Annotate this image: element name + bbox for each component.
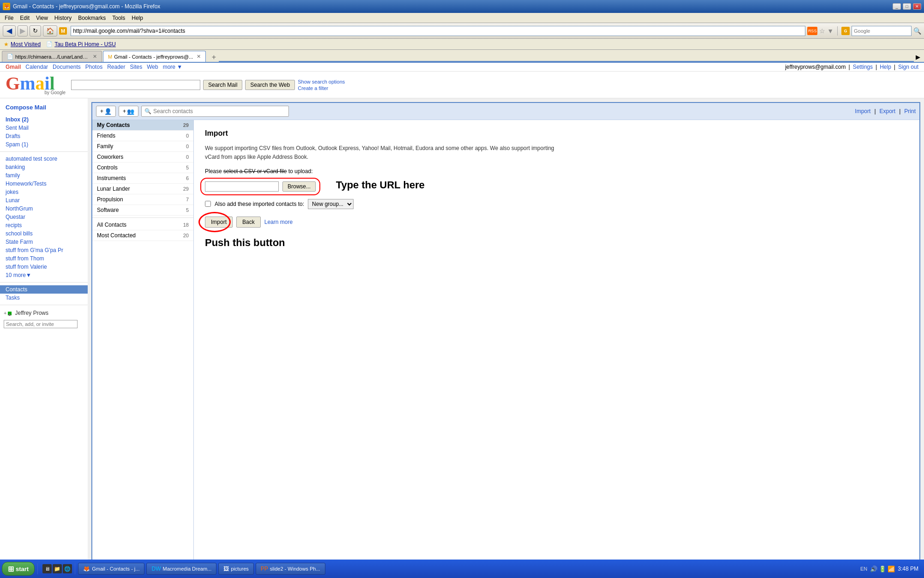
group-controls[interactable]: Controls 5 <box>92 163 193 173</box>
rss-icon[interactable]: RSS <box>807 27 817 35</box>
search-mail-button[interactable]: Search Mail <box>203 80 242 90</box>
minimize-button[interactable]: _ <box>893 3 901 10</box>
menubar: File Edit View History Bookmarks Tools H… <box>0 13 924 23</box>
compose-mail-button[interactable]: Compose Mail <box>0 102 88 113</box>
group-instruments[interactable]: Instruments 6 <box>92 173 193 184</box>
tab-gmail[interactable]: M Gmail - Contacts - jeffreyprows@... ✕ <box>103 51 206 62</box>
sidebar-label-state-farm[interactable]: State Farm <box>0 238 88 246</box>
nav-reader[interactable]: Reader <box>107 64 125 70</box>
sidebar-label-jokes[interactable]: jokes <box>0 188 88 196</box>
group-all-contacts[interactable]: All Contacts 18 <box>92 220 193 230</box>
start-button[interactable]: ⊞ start <box>2 562 35 576</box>
group-family[interactable]: Family 0 <box>92 141 193 152</box>
back-button[interactable]: ◀ <box>3 25 16 36</box>
nav-web[interactable]: Web <box>147 64 158 70</box>
create-filter[interactable]: Create a filter <box>298 85 345 91</box>
sidebar-contacts[interactable]: Contacts <box>0 285 88 294</box>
browse-button[interactable]: Browse... <box>282 181 316 192</box>
sidebar-label-questar[interactable]: Questar <box>0 213 88 221</box>
menu-history[interactable]: History <box>52 14 74 22</box>
sidebar-spam[interactable]: Spam (1) <box>0 140 88 149</box>
taskbar-pictures[interactable]: 🖼 pictures <box>218 563 254 575</box>
group-coworkers[interactable]: Coworkers 0 <box>92 152 193 163</box>
home-button[interactable]: 🏠 <box>43 25 57 36</box>
group-software[interactable]: Software 5 <box>92 205 193 216</box>
nav-icon[interactable]: ▼ <box>827 27 834 35</box>
nav-photos[interactable]: Photos <box>85 64 102 70</box>
address-bar[interactable] <box>71 26 805 36</box>
nav-gmail[interactable]: Gmail <box>6 64 21 70</box>
forward-button[interactable]: ▶ <box>18 25 28 36</box>
help-link[interactable]: Help <box>880 64 891 70</box>
learn-more-link[interactable]: Learn more <box>264 219 293 225</box>
new-contact-button[interactable]: + 👤 <box>96 106 116 117</box>
sidebar-label-stuff-gma[interactable]: stuff from G'ma G'pa Pr <box>0 246 88 254</box>
group-my-contacts[interactable]: My Contacts 29 <box>92 120 193 131</box>
refresh-button[interactable]: ↻ <box>30 25 41 36</box>
google-search-input[interactable] <box>852 26 912 36</box>
nav-documents[interactable]: Documents <box>53 64 81 70</box>
taskbar-quicklaunch-1[interactable]: 📁 <box>53 564 62 573</box>
sidebar-label-homework[interactable]: Homework/Tests <box>0 180 88 188</box>
tab-lunar-lander[interactable]: 📄 https://chimaera..../LunarLander.csv ✕ <box>2 51 102 62</box>
bookmark-most-visited[interactable]: Most Visited <box>11 41 41 48</box>
menu-file[interactable]: File <box>2 14 16 22</box>
signout-link[interactable]: Sign out <box>898 64 918 70</box>
settings-link[interactable]: Settings <box>853 64 873 70</box>
google-search-icon[interactable]: 🔍 <box>913 27 921 35</box>
taskbar-dreamweaver[interactable]: DW Macromedia Dream... <box>146 563 216 575</box>
star-icon[interactable]: ☆ <box>819 27 825 35</box>
group-most-contacted[interactable]: Most Contacted 20 <box>92 230 193 241</box>
sidebar-label-family[interactable]: family <box>0 171 88 180</box>
group-lunar-lander[interactable]: Lunar Lander 29 <box>92 184 193 194</box>
import-button[interactable]: Import <box>205 217 233 228</box>
print-link[interactable]: Print <box>904 108 916 114</box>
taskbar-quicklaunch-2[interactable]: 🌐 <box>63 564 72 573</box>
nav-more[interactable]: more ▼ <box>163 64 183 70</box>
sidebar-label-automated[interactable]: automated test score <box>0 155 88 163</box>
nav-sites[interactable]: Sites <box>130 64 142 70</box>
tab-close-0[interactable]: ✕ <box>93 54 97 60</box>
sidebar-label-banking[interactable]: banking <box>0 163 88 171</box>
group-propulsion[interactable]: Propulsion 7 <box>92 194 193 205</box>
sidebar-label-stuff-thom[interactable]: stuff from Thom <box>0 254 88 263</box>
file-input[interactable] <box>205 181 279 192</box>
menu-edit[interactable]: Edit <box>17 14 32 22</box>
sidebar-inbox[interactable]: Inbox (2) <box>0 115 88 124</box>
menu-bookmarks[interactable]: Bookmarks <box>75 14 108 22</box>
taskbar-firefox[interactable]: 🦊 Gmail - Contacts - j... <box>78 563 144 575</box>
close-button[interactable]: ✕ <box>913 3 921 10</box>
new-group-button[interactable]: + 👥 <box>119 106 138 117</box>
taskbar-quicklaunch-0[interactable]: 🖥 <box>42 564 52 573</box>
search-web-button[interactable]: Search the Web <box>245 80 295 90</box>
sidebar-label-stuff-valerie[interactable]: stuff from Valerie <box>0 263 88 271</box>
sidebar-drafts[interactable]: Drafts <box>0 132 88 140</box>
export-link[interactable]: Export <box>880 108 896 114</box>
group-friends[interactable]: Friends 0 <box>92 131 193 141</box>
search-contacts-input[interactable] <box>153 108 286 114</box>
group-select[interactable]: New group... <box>308 199 354 209</box>
sidebar-label-northgrum[interactable]: NorthGrum <box>0 205 88 213</box>
tab-close-1[interactable]: ✕ <box>197 54 201 60</box>
import-link[interactable]: Import <box>855 108 870 114</box>
sidebar-label-school-bills[interactable]: school bills <box>0 229 88 238</box>
sidebar-label-more[interactable]: 10 more▼ <box>0 271 88 279</box>
sidebar-search-input[interactable] <box>4 320 78 328</box>
bookmark-tau-beta[interactable]: Tau Beta Pi Home - USU <box>54 41 116 48</box>
taskbar-powerpoint[interactable]: PP slide2 - Windows Ph... <box>256 563 325 575</box>
tab-scroll-right[interactable]: ▶ <box>914 52 922 62</box>
nav-calendar[interactable]: Calendar <box>25 64 48 70</box>
show-search-options[interactable]: Show search options <box>298 79 345 84</box>
menu-help[interactable]: Help <box>129 14 146 22</box>
sidebar-tasks[interactable]: Tasks <box>0 294 88 302</box>
sidebar-label-lunar[interactable]: Lunar <box>0 196 88 205</box>
sidebar-sent[interactable]: Sent Mail <box>0 124 88 132</box>
search-mail-input[interactable] <box>71 80 200 90</box>
menu-tools[interactable]: Tools <box>109 14 128 22</box>
sidebar-label-recipts[interactable]: recipts <box>0 221 88 229</box>
also-add-checkbox[interactable] <box>205 201 211 207</box>
back-button[interactable]: Back <box>236 217 261 228</box>
menu-view[interactable]: View <box>33 14 51 22</box>
maximize-button[interactable]: □ <box>903 3 911 10</box>
new-tab-button[interactable]: + <box>209 53 219 62</box>
